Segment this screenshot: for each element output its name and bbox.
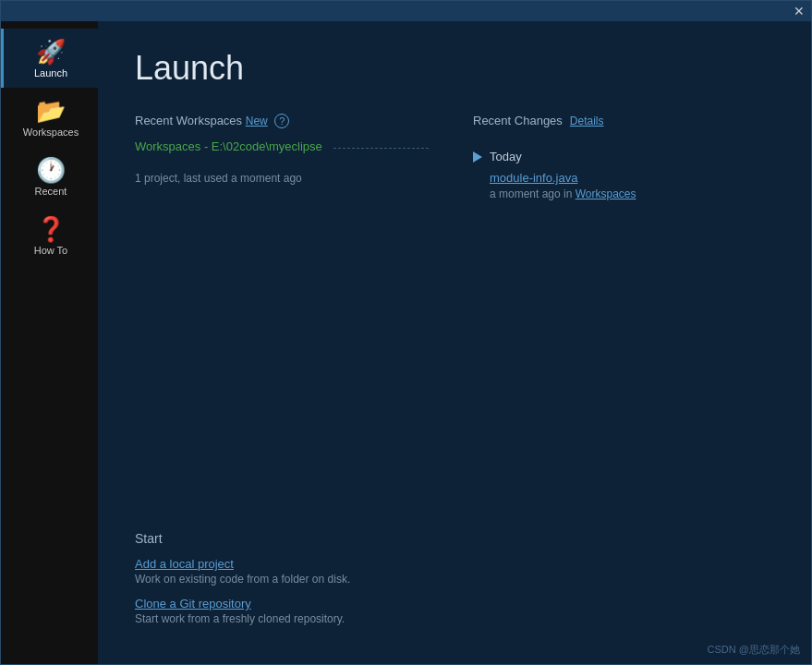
recent-changes-header: Recent Changes Details (473, 114, 774, 139)
workspace-row: Workspaces - E:\02code\myeclipse (135, 139, 436, 157)
sidebar-item-launch[interactable]: 🚀 Launch (1, 29, 98, 88)
today-label: Today (490, 150, 522, 163)
change-file-link[interactable]: module-info.java (490, 171, 774, 185)
workspace-path-link[interactable]: Workspaces - E:\02code\myeclipse (135, 139, 322, 153)
sidebar: 🚀 Launch 📂 Workspaces 🕐 Recent ❓ How To (1, 21, 98, 664)
change-meta: a moment ago in Workspaces (490, 187, 636, 200)
start-section: Start Add a local project Work on existi… (135, 513, 774, 636)
dotted-separator (333, 148, 429, 149)
watermark: CSDN @思恋那个她 (708, 643, 800, 657)
launch-icon: 🚀 (36, 40, 66, 64)
change-workspace-link[interactable]: Workspaces (576, 187, 636, 200)
clone-git-link[interactable]: Clone a Git repository (135, 597, 774, 611)
right-column: Recent Changes Details Today module-info… (473, 114, 774, 201)
recent-changes-heading: Recent Changes (473, 114, 563, 127)
content-area: Launch Recent Workspaces New ? Workspace… (98, 21, 811, 664)
sidebar-label-workspaces: Workspaces (23, 127, 79, 138)
add-local-project-desc: Work on existing code from a folder on d… (135, 573, 774, 586)
new-workspace-link[interactable]: New (246, 115, 268, 127)
sidebar-item-workspaces[interactable]: 📂 Workspaces (1, 88, 98, 147)
start-heading: Start (135, 531, 774, 546)
close-button[interactable]: ✕ (791, 3, 807, 19)
change-item: module-info.java a moment ago in Workspa… (490, 171, 774, 201)
page-title: Launch (135, 49, 774, 88)
sidebar-item-recent[interactable]: 🕐 Recent (1, 147, 98, 206)
left-column: Recent Workspaces New ? Workspaces - E:\… (135, 114, 436, 201)
sidebar-label-howto: How To (34, 245, 67, 256)
two-column-layout: Recent Workspaces New ? Workspaces - E:\… (135, 114, 774, 201)
sidebar-label-recent: Recent (35, 186, 67, 197)
workspace-meta: 1 project, last used a moment ago (135, 172, 436, 185)
recent-icon: 🕐 (36, 158, 66, 182)
howto-icon: ❓ (36, 217, 66, 241)
title-bar: ✕ (1, 1, 811, 21)
workspaces-icon: 📂 (36, 99, 66, 123)
main-layout: 🚀 Launch 📂 Workspaces 🕐 Recent ❓ How To … (1, 21, 811, 664)
add-local-project-link[interactable]: Add a local project (135, 557, 774, 571)
recent-workspaces-heading: Recent Workspaces New ? (135, 114, 436, 128)
clone-git-desc: Start work from a freshly cloned reposit… (135, 612, 774, 625)
today-section: Today (473, 150, 774, 163)
help-icon[interactable]: ? (274, 114, 289, 128)
sidebar-item-howto[interactable]: ❓ How To (1, 206, 98, 265)
details-link[interactable]: Details (570, 115, 604, 127)
play-icon (473, 151, 482, 163)
sidebar-label-launch: Launch (34, 67, 67, 79)
app-window: ✕ 🚀 Launch 📂 Workspaces 🕐 Recent ❓ How T… (0, 0, 812, 665)
